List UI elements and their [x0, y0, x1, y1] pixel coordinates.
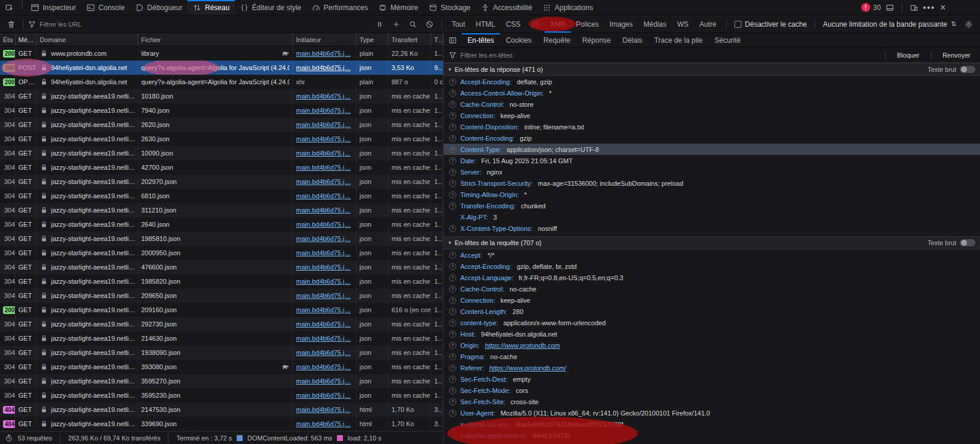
request-row[interactable]: 304GETjazzy-starlight-aeea19.netli…19858… [0, 274, 443, 288]
toggle-details-pane-button[interactable] [444, 33, 462, 47]
request-row[interactable]: 304GETjazzy-starlight-aeea19.netli…6810.… [0, 189, 443, 203]
filter-tab-autre[interactable]: Autre [694, 15, 722, 33]
details-tab-securite[interactable]: Sécurité [708, 33, 746, 47]
disable-cache-checkbox[interactable] [734, 21, 742, 28]
tool-tab-console[interactable]: Console [81, 0, 130, 15]
tool-tab-editeur-de-style[interactable]: Éditeur de style [235, 0, 307, 15]
header-row[interactable]: ?Origin:https://www.protondb.com [444, 340, 980, 351]
request-row[interactable]: 200GETjazzy-starlight-aeea19.netli…20916… [0, 303, 443, 317]
initiator-link[interactable]: main.bd4b6d75.j… [296, 264, 351, 271]
help-icon[interactable]: ? [449, 353, 456, 360]
new-request-button[interactable] [389, 20, 404, 28]
initiator-link[interactable]: main.bd4b6d75.j… [296, 406, 351, 413]
help-icon[interactable]: ? [449, 180, 456, 187]
raw-headers-toggle[interactable] [960, 239, 975, 246]
column-header-time[interactable]: T… [431, 33, 443, 46]
help-icon[interactable]: ? [449, 90, 456, 97]
request-row[interactable]: 200POST94he6yatei-dsn.algolia.netquery?x… [0, 61, 443, 75]
response-headers-section-header[interactable]: ▾En-têtes de la réponse (471 o)Texte bru… [444, 63, 980, 76]
network-settings-button[interactable] [961, 20, 976, 28]
details-tab-requete[interactable]: Requête [537, 33, 576, 47]
help-icon[interactable]: ? [449, 286, 456, 293]
url-filter-input[interactable] [40, 21, 371, 28]
tool-tab-performances[interactable]: Performances [307, 0, 374, 15]
header-row[interactable]: ?Accept-Encoding:gzip, deflate, br, zstd [444, 261, 980, 272]
header-row[interactable]: ?Server:nginx [444, 166, 980, 177]
request-row[interactable]: 200GETwww.protondb.comlibrarymain.bd4b6d… [0, 46, 443, 61]
header-row[interactable]: ?Date:Fri, 15 Aug 2025 21:05:14 GMT [444, 155, 980, 166]
help-icon[interactable]: ? [449, 112, 456, 119]
header-row[interactable]: ?X-Content-Type-Options:nosniff [444, 223, 980, 234]
tool-tab-accessibilite[interactable]: Accessibilité [476, 0, 537, 15]
split-console-layout-button[interactable] [886, 4, 894, 12]
header-row[interactable]: X-Alg-PT:3 [444, 211, 980, 223]
block-url-button[interactable]: Bloquer [892, 52, 924, 59]
help-icon[interactable]: ? [449, 157, 456, 164]
header-row[interactable]: ?Accept:*/* [444, 249, 980, 261]
header-row[interactable]: ?Strict-Transport-Security:max-age=31536… [444, 177, 980, 189]
header-row[interactable]: ?Sec-Fetch-Site:cross-site [444, 396, 980, 407]
throttling-select[interactable]: Aucune limitation de la bande passante ⇅ [819, 20, 960, 28]
header-row[interactable]: ?Content-Encoding:gzip [444, 132, 980, 144]
request-row[interactable]: 304GETjazzy-starlight-aeea19.netli…20297… [0, 175, 443, 189]
header-row[interactable]: ?Sec-Fetch-Dest:empty [444, 373, 980, 385]
help-icon[interactable]: ? [449, 364, 456, 372]
initiator-link[interactable]: main.bd4b6d75.j… [296, 249, 351, 256]
details-tab-en-tetes[interactable]: En-têtes [462, 33, 500, 47]
filter-tab-polices[interactable]: Polices [571, 15, 604, 33]
responsive-design-mode-button[interactable] [910, 4, 918, 12]
help-icon[interactable]: ? [449, 123, 456, 131]
initiator-link[interactable]: main.bd4b6d75.j… [296, 420, 351, 427]
help-icon[interactable]: ? [449, 308, 456, 315]
help-icon[interactable]: ? [449, 410, 456, 417]
initiator-link[interactable]: main.bd4b6d75.j… [296, 292, 351, 299]
initiator-link[interactable]: main.bd4b6d75.j… [296, 164, 351, 171]
tool-tab-memoire[interactable]: Mémoire [373, 0, 424, 15]
tool-tab-applications[interactable]: Applications [537, 0, 599, 15]
request-headers-section-header[interactable]: ▾En-têtes de la requête (707 o)Texte bru… [444, 236, 980, 249]
details-tab-reponse[interactable]: Réponse [576, 33, 616, 47]
element-picker-button[interactable] [0, 0, 19, 15]
initiator-link[interactable]: main.bd4b6d75.j… [296, 363, 351, 370]
help-icon[interactable]: ? [449, 376, 456, 383]
header-row[interactable]: x-algolia-api-key:9ba0e69fb2974316cdaec8… [444, 418, 980, 430]
help-icon[interactable]: ? [449, 101, 456, 108]
header-row[interactable]: ?Sec-Fetch-Mode:cors [444, 385, 980, 396]
tool-tab-debogueur[interactable]: Débogueur [130, 0, 187, 15]
help-icon[interactable]: ? [449, 274, 456, 281]
column-header-status[interactable]: Éta [0, 33, 15, 46]
request-row[interactable]: 304GETjazzy-starlight-aeea19.netli…39308… [0, 360, 443, 374]
raw-headers-toggle[interactable] [960, 66, 975, 73]
request-row[interactable]: 304GETjazzy-starlight-aeea19.netli…19380… [0, 345, 443, 360]
help-icon[interactable]: ? [449, 146, 456, 153]
details-tab-cookies[interactable]: Cookies [500, 33, 537, 47]
column-header-transfer[interactable]: Transfert [389, 33, 431, 46]
help-icon[interactable]: ? [449, 191, 456, 198]
help-icon[interactable]: ? [449, 398, 456, 405]
help-icon[interactable]: ? [449, 263, 456, 270]
initiator-link[interactable]: main.bd4b6d75.j… [296, 64, 351, 71]
request-row[interactable]: 304GETjazzy-starlight-aeea19.netli…7940.… [0, 103, 443, 118]
header-row[interactable]: ?Accept-Language:fr,fr-FR;q=0.8,en-US;q=… [444, 272, 980, 283]
header-row[interactable]: ?Access-Control-Allow-Origin:* [444, 87, 980, 99]
error-count-badge[interactable]: ! 30 [861, 3, 881, 12]
filter-tab-js[interactable]: JS [526, 15, 545, 33]
request-row[interactable]: 304GETjazzy-starlight-aeea19.netli…29273… [0, 317, 443, 331]
header-row[interactable]: ?Connection:keep-alive [444, 110, 980, 121]
initiator-link[interactable]: main.bd4b6d75.j… [296, 192, 351, 199]
resend-button[interactable]: Renvoyer [938, 52, 975, 59]
request-row[interactable]: 304GETjazzy-starlight-aeea19.netli…20965… [0, 288, 443, 303]
initiator-link[interactable]: main.bd4b6d75.j… [296, 207, 351, 214]
help-icon[interactable]: ? [449, 252, 456, 259]
request-row[interactable]: 304GETjazzy-starlight-aeea19.netli…47660… [0, 260, 443, 274]
initiator-link[interactable]: main.bd4b6d75.j… [296, 107, 351, 114]
help-icon[interactable]: ? [449, 387, 456, 394]
header-value-link[interactable]: https://www.protondb.com/ [489, 364, 567, 372]
header-row[interactable]: ?Content-Type:application/json; charset=… [444, 144, 980, 155]
filter-tab-tout[interactable]: Tout [446, 15, 470, 33]
initiator-link[interactable]: main.bd4b6d75.j… [296, 349, 351, 356]
request-row[interactable]: 404GETjazzy-starlight-aeea19.netli…33969… [0, 417, 443, 431]
search-button[interactable] [405, 20, 421, 28]
help-icon[interactable]: ? [449, 169, 456, 176]
header-row[interactable]: ?Timing-Allow-Origin:* [444, 189, 980, 200]
